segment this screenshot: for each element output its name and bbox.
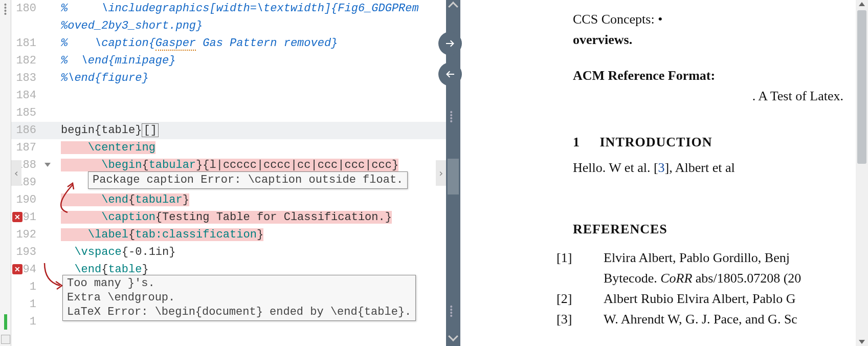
code-line[interactable]: 181% \caption{Gasper Gas Pattern removed… — [11, 35, 446, 52]
line-number: 1 — [11, 313, 39, 331]
line-number: 194✕ — [11, 261, 39, 278]
pdf-reference-item: [3]W. Ahrendt W, G. J. Pace, and G. Sc — [573, 309, 845, 330]
code-line[interactable]: 182% \end{minipage} — [11, 52, 446, 70]
code-line[interactable]: 183%\end{figure} — [11, 70, 446, 87]
collapse-left-chevron-icon[interactable]: ‹ — [11, 160, 21, 186]
code-text[interactable]: \vspace{-0.1in} — [60, 244, 446, 261]
line-number: 180 — [11, 0, 39, 17]
code-text[interactable]: % \end{minipage} — [60, 52, 446, 70]
code-text[interactable]: % \includegraphics[width=\textwidth]{Fig… — [60, 0, 446, 17]
editor-vertical-scrollbar[interactable]: •••• •••• — [446, 0, 460, 346]
code-line[interactable]: %oved_2by3_short.png} — [11, 17, 446, 35]
line-number: 184 — [11, 87, 39, 104]
pdf-text: Hello. W et al. [3], Albert et al — [573, 158, 845, 178]
code-line[interactable]: 192 \label{tab:classification} — [11, 226, 446, 244]
source-editor-pane: ‹ › 180% \includegraphics[width=\textwid… — [11, 0, 446, 346]
pdf-section-heading: 1 INTRODUCTION — [573, 132, 845, 153]
code-line[interactable]: 186begin{table}[] — [11, 122, 446, 139]
line-number: 1 — [11, 278, 39, 296]
fold-chevron-icon[interactable] — [44, 163, 51, 167]
line-number: 181 — [11, 35, 39, 52]
dots-icon: •••• — [449, 302, 453, 320]
line-number: 182 — [11, 52, 39, 70]
pdf-text: overviews. — [573, 30, 845, 50]
pdf-text: . A Test of Latex. — [573, 86, 845, 106]
code-line[interactable]: 180% \includegraphics[width=\textwidth]{… — [11, 0, 446, 17]
error-tooltip-1: Package caption Error: \caption outside … — [88, 171, 408, 189]
line-number: 191✕ — [11, 209, 39, 226]
line-number: 193 — [11, 244, 39, 261]
line-number: 1 — [11, 296, 39, 313]
error-tooltip-2: Too many }'s. Extra \endgroup. LaTeX Err… — [62, 275, 416, 321]
line-number: 190 — [11, 191, 39, 209]
pdf-heading: ACM Reference Format: — [573, 66, 845, 86]
scroll-thumb[interactable] — [857, 10, 866, 164]
pdf-reference-item-cont: Bytecode. CoRR abs/1805.07208 (20 — [573, 268, 845, 289]
scroll-down-icon[interactable] — [448, 331, 458, 341]
line-number: 192 — [11, 226, 39, 244]
scroll-thumb[interactable] — [448, 159, 459, 194]
status-bar-green — [4, 314, 7, 330]
left-gutter-strip: •••• — [0, 0, 11, 346]
nav-forward-button[interactable] — [438, 32, 462, 55]
collapse-right-chevron-icon[interactable]: › — [436, 160, 446, 186]
code-line[interactable]: 184 — [11, 87, 446, 104]
dots-icon: •••• — [449, 107, 453, 126]
line-number: 187 — [11, 139, 39, 157]
bottom-square-button[interactable] — [1, 335, 10, 344]
code-text[interactable]: %oved_2by3_short.png} — [60, 17, 446, 35]
code-text[interactable]: %\end{figure} — [60, 70, 446, 87]
error-icon[interactable]: ✕ — [12, 212, 23, 222]
code-line[interactable]: 190 \end{tabular} — [11, 191, 446, 209]
pdf-text: CCS Concepts: • — [573, 9, 845, 30]
pdf-preview-pane[interactable]: CCS Concepts: • overviews. ACM Reference… — [552, 0, 856, 346]
pdf-reference-item: [2]Albert Rubio Elvira Albert, Pablo G — [573, 289, 845, 309]
code-text[interactable]: \label{tab:classification} — [60, 226, 446, 244]
scroll-down-icon[interactable] — [859, 340, 865, 344]
line-number: 185 — [11, 104, 39, 122]
code-text[interactable]: % \caption{Gasper Gas Pattern removed} — [60, 35, 446, 52]
error-icon[interactable]: ✕ — [12, 264, 23, 274]
line-number: 186 — [11, 122, 39, 139]
scroll-up-icon[interactable] — [859, 2, 865, 6]
code-line[interactable]: 187 \centering — [11, 139, 446, 157]
code-line[interactable]: 191✕ \caption{Testing Table for Classifi… — [11, 209, 446, 226]
nav-back-button[interactable] — [438, 62, 462, 86]
line-number: 183 — [11, 70, 39, 87]
scroll-up-icon[interactable] — [448, 2, 458, 12]
code-line[interactable]: 193 \vspace{-0.1in} — [11, 244, 446, 261]
pdf-reference-item: [1]Elvira Albert, Pablo Gordillo, Benj — [573, 248, 845, 268]
dots-icon: •••• — [0, 0, 11, 18]
code-text[interactable]: \caption{Testing Table for Classificatio… — [60, 209, 446, 226]
preview-margin — [460, 0, 552, 346]
pdf-heading: REFERENCES — [573, 219, 845, 240]
code-text[interactable]: \end{tabular} — [60, 191, 446, 209]
code-text[interactable]: \centering — [60, 139, 446, 157]
pdf-vertical-scrollbar[interactable] — [856, 0, 868, 346]
code-line[interactable]: 185 — [11, 104, 446, 122]
code-text[interactable]: begin{table}[] — [60, 122, 446, 139]
